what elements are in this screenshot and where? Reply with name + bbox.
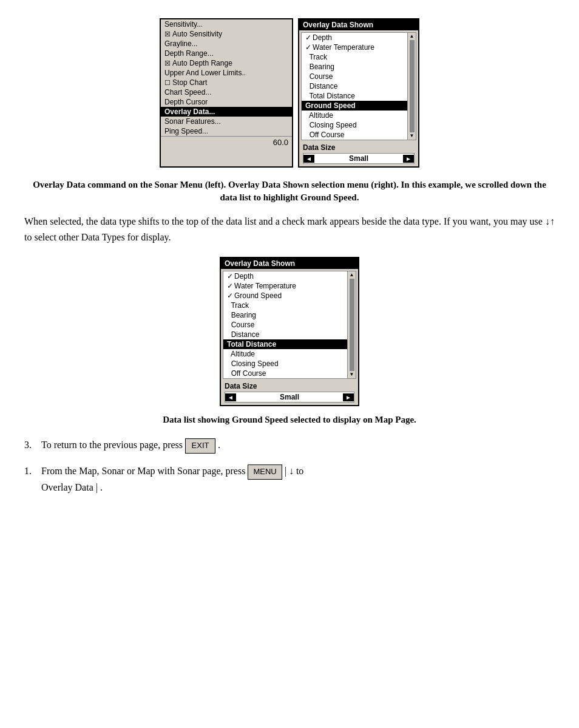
data-size-section-second: Data Size ◄ Small ► [221,381,358,405]
overlay-list-right: Depth Water Temperature Track Bearing Co… [302,33,407,140]
menu-chart-speed[interactable]: Chart Speed... [161,87,292,97]
instruction-1-num: 1. [24,463,36,495]
list-item-distance[interactable]: Distance [302,81,407,91]
scroll-down-second-icon[interactable]: ▼ [350,372,354,377]
instruction-3-num: 3. [24,437,36,454]
second-list-item-distance[interactable]: Distance [223,330,347,339]
scroll-up-second-icon[interactable]: ▲ [350,273,354,277]
second-list-item-altitude[interactable]: Altitude [223,349,347,359]
menu-ping-speed[interactable]: Ping Speed... [161,126,292,136]
scroll-thumb [410,40,415,132]
instruction-3: 3. To return to the previous page, press… [24,437,555,454]
instruction-3-text: To return to the previous page, press EX… [41,437,220,454]
data-size-label-right: Data Size [303,143,415,152]
menu-upper-lower[interactable]: Upper And Lower Limits.. [161,68,292,78]
second-list-item-closing-speed[interactable]: Closing Speed [223,359,347,369]
exit-button-placeholder[interactable]: EXIT [185,438,215,454]
overlay-panel-right: Overlay Data Shown Depth Water Temperatu… [298,18,419,168]
menu-sensitivity[interactable]: Sensitivity... [161,19,292,29]
scrollbar-second[interactable]: ▲ ▼ [347,271,356,378]
size-value-second: Small [236,392,343,402]
scroll-down-icon[interactable]: ▼ [410,134,415,138]
instruction-1: 1. From the Map, Sonar or Map with Sonar… [24,463,555,495]
data-size-section-right: Data Size ◄ Small ► [299,142,418,166]
second-list-item-track[interactable]: Track [223,301,347,310]
menu-button-placeholder[interactable]: MENU [248,464,282,480]
menu-grayline[interactable]: Grayline... [161,39,292,49]
menu-stop-chart[interactable]: Stop Chart [161,78,292,87]
scroll-thumb-second [350,279,354,371]
scroll-up-icon[interactable]: ▲ [410,34,415,39]
list-item-total-distance[interactable]: Total Distance [302,91,407,101]
list-item-track[interactable]: Track [302,52,407,62]
second-list-item-ground-speed[interactable]: Ground Speed [223,291,347,301]
second-list-item-total-distance[interactable]: Total Distance [223,339,347,349]
size-arrow-right-second[interactable]: ► [343,393,354,401]
menu-auto-sensitivity[interactable]: Auto Sensitivity [161,29,292,39]
menu-sonar-features[interactable]: Sonar Features... [161,117,292,126]
second-list-item-bearing[interactable]: Bearing [223,310,347,320]
data-size-control-second[interactable]: ◄ Small ► [225,392,354,403]
list-item-closing-speed[interactable]: Closing Speed [302,120,407,130]
list-item-water-temp[interactable]: Water Temperature [302,43,407,52]
caption-second: Data list showing Ground Speed selected … [24,415,555,425]
menu-bottom-value: 60.0 [161,136,292,148]
second-list-item-off-course[interactable]: Off Course [223,369,347,378]
menu-depth-range[interactable]: Depth Range... [161,49,292,58]
size-value-right: Small [314,154,403,163]
size-arrow-left-second[interactable]: ◄ [225,393,236,401]
list-item-bearing[interactable]: Bearing [302,62,407,72]
list-item-altitude[interactable]: Altitude [302,111,407,120]
menu-overlay-data[interactable]: Overlay Data... [161,107,292,117]
data-size-label-second: Data Size [225,382,354,390]
data-size-control-right[interactable]: ◄ Small ► [303,153,415,164]
list-item-ground-speed[interactable]: Ground Speed [302,101,407,111]
overlay-panel-title: Overlay Data Shown [299,19,418,30]
instruction-1-text: From the Map, Sonar or Map with Sonar pa… [41,463,303,495]
menu-auto-depth-range[interactable]: Auto Depth Range [161,58,292,68]
screenshot-center: Overlay Data Shown Depth Water Temperatu… [24,257,555,406]
second-list-item-course[interactable]: Course [223,320,347,330]
scrollbar-right[interactable]: ▲ ▼ [407,33,416,140]
list-item-off-course[interactable]: Off Course [302,130,407,140]
second-list-item-water-temp[interactable]: Water Temperature [223,281,347,291]
second-list-item-depth[interactable]: Depth [223,271,347,281]
overlay-list-second: Depth Water Temperature Ground Speed Tra… [223,271,347,378]
menu-depth-cursor[interactable]: Depth Cursor [161,97,292,107]
sonar-menu-panel: Sensitivity... Auto Sensitivity Grayline… [160,18,293,168]
size-arrow-left-right[interactable]: ◄ [303,155,314,163]
body-text-paragraph: When selected, the data type shifts to t… [24,214,555,245]
overlay-panel-second-title: Overlay Data Shown [221,258,358,269]
screenshots-row: Sensitivity... Auto Sensitivity Grayline… [24,18,555,168]
caption-top: Overlay Data command on the Sonar Menu (… [24,179,555,204]
list-item-course[interactable]: Course [302,72,407,81]
list-item-depth[interactable]: Depth [302,33,407,43]
page-content: Sensitivity... Auto Sensitivity Grayline… [24,18,555,495]
overlay-panel-second: Overlay Data Shown Depth Water Temperatu… [220,257,359,406]
size-arrow-right-right[interactable]: ► [403,155,414,163]
